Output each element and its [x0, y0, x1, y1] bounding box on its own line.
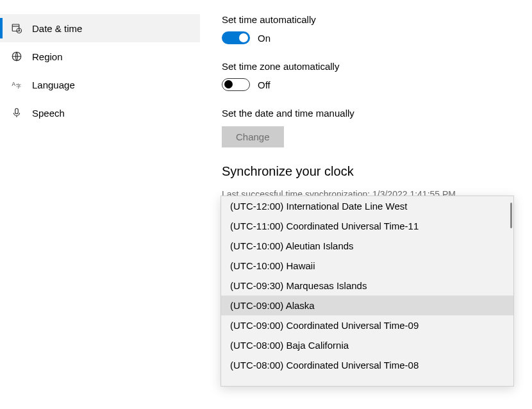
svg-line-4 — [19, 31, 21, 31]
auto-time-toggle[interactable] — [222, 31, 250, 44]
svg-text:A: A — [12, 81, 16, 87]
timezone-option[interactable]: (UTC-09:30) Marquesas Islands — [221, 276, 513, 296]
timezone-option[interactable]: (UTC-10:00) Aleutian Islands — [221, 236, 513, 256]
auto-time-label: Set time automatically — [222, 14, 519, 25]
auto-tz-state: Off — [258, 79, 270, 90]
auto-time-state: On — [258, 33, 270, 44]
sidebar-item-label: Language — [32, 79, 75, 90]
language-icon: A 字 — [10, 79, 23, 90]
setting-auto-time: Set time automatically On — [222, 14, 519, 44]
timezone-option[interactable]: (UTC-09:00) Coordinated Universal Time-0… — [221, 315, 513, 335]
timezone-dropdown[interactable]: (UTC-12:00) International Date Line West… — [220, 196, 514, 387]
auto-tz-label: Set time zone automatically — [222, 61, 519, 72]
svg-rect-8 — [15, 108, 19, 113]
svg-rect-0 — [12, 24, 19, 31]
sidebar-item-label: Date & time — [32, 23, 82, 34]
sidebar-item-speech[interactable]: Speech — [0, 99, 200, 127]
settings-sidebar: Date & time Region A 字 Language — [0, 0, 200, 409]
sidebar-item-date-time[interactable]: Date & time — [0, 14, 200, 42]
timezone-option[interactable]: (UTC-08:00) Coordinated Universal Time-0… — [221, 355, 513, 375]
sidebar-item-region[interactable]: Region — [0, 42, 200, 71]
dropdown-scrollbar[interactable] — [510, 203, 512, 228]
globe-icon — [10, 51, 23, 62]
svg-text:字: 字 — [16, 83, 21, 89]
timezone-option[interactable]: (UTC-10:00) Hawaii — [221, 256, 513, 276]
timezone-option[interactable]: (UTC-08:00) Baja California — [221, 335, 513, 355]
timezone-dropdown-list: (UTC-12:00) International Date Line West… — [221, 196, 513, 386]
sidebar-item-language[interactable]: A 字 Language — [0, 71, 200, 99]
sidebar-item-label: Speech — [32, 108, 65, 119]
auto-tz-toggle[interactable] — [222, 78, 250, 91]
sync-heading: Synchronize your clock — [222, 164, 519, 179]
setting-manual-datetime: Set the date and time manually Change — [222, 108, 519, 147]
sidebar-item-label: Region — [32, 51, 63, 62]
change-button[interactable]: Change — [222, 126, 284, 147]
calendar-clock-icon — [10, 22, 23, 34]
microphone-icon — [10, 107, 23, 119]
timezone-option[interactable]: (UTC-11:00) Coordinated Universal Time-1… — [221, 216, 513, 236]
setting-auto-timezone: Set time zone automatically Off — [222, 61, 519, 91]
manual-label: Set the date and time manually — [222, 108, 519, 119]
timezone-option[interactable]: (UTC-09:00) Alaska — [221, 296, 513, 315]
timezone-option[interactable]: (UTC-12:00) International Date Line West — [221, 196, 513, 216]
